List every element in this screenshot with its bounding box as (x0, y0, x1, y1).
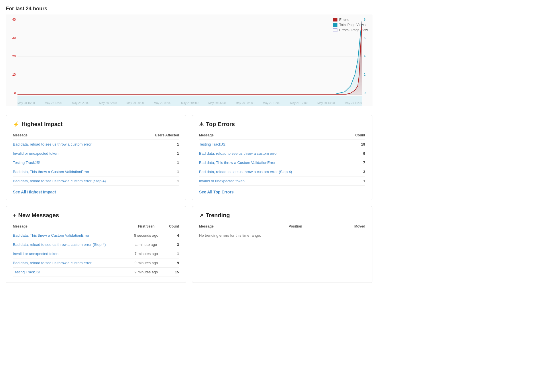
legend-errors-color (333, 18, 337, 21)
chart-svg (17, 18, 362, 95)
nm-count: 9 (167, 258, 179, 268)
legend-pageviews: Total Page Views (333, 23, 368, 27)
trending-icon: ↗︎ (199, 212, 203, 219)
trending-no-data: No trending errors for this time range. (199, 231, 365, 240)
te-count: 7 (349, 158, 365, 167)
plus-icon: + (13, 212, 16, 218)
table-row: Bad data, This threw a Custom Validation… (13, 231, 179, 240)
nm-message: Bad data, reload to see us throw a custo… (13, 240, 125, 249)
hi-count: 1 (145, 158, 179, 167)
new-messages-table: Message First Seen Count Bad data, This … (13, 223, 179, 277)
table-row: Invalid or unexpected token 1 (13, 149, 179, 158)
highest-impact-table: Message Users Affected Bad data, reload … (13, 132, 179, 186)
nm-count: 15 (167, 268, 179, 277)
table-row: Invalid or unexpected token 1 (199, 177, 365, 186)
te-col-count: Count (349, 132, 365, 140)
chart-area (17, 18, 362, 95)
te-count: 9 (349, 149, 365, 158)
table-row: Bad data, reload to see us throw a custo… (13, 177, 179, 186)
chart-title: For last 24 hours (6, 6, 372, 12)
nm-first-seen: 9 minutes ago (125, 258, 167, 268)
hi-count: 1 (145, 140, 179, 149)
te-count: 1 (349, 177, 365, 186)
svg-marker-1 (17, 21, 362, 95)
nm-first-seen: a minute ago (125, 240, 167, 249)
trending-card: ↗︎ Trending Message Position Moved No tr… (192, 206, 372, 283)
table-row: Testing TrackJS! 1 (13, 158, 179, 167)
hi-count: 1 (145, 177, 179, 186)
hi-col-message: Message (13, 132, 145, 140)
nm-message: Bad data, This threw a Custom Validation… (13, 231, 125, 240)
te-count: 3 (349, 167, 365, 177)
svg-marker-0 (17, 21, 362, 95)
trending-table: Message Position Moved No trending error… (199, 223, 365, 240)
trending-no-data-row: No trending errors for this time range. (199, 231, 365, 240)
hi-count: 1 (145, 167, 179, 177)
y-axis-left: 40 30 20 10 0 (6, 18, 17, 95)
te-message: Bad data, reload to see us throw a custo… (199, 167, 349, 177)
legend-ratio-label: Errors / Page View (339, 28, 368, 32)
chart-legend: Errors Total Page Views Errors / Page Vi… (333, 18, 368, 32)
cards-grid: ⚡ Highest Impact Message Users Affected … (6, 115, 372, 283)
table-row: Bad data, This threw a Custom Validation… (199, 158, 365, 167)
highest-impact-card: ⚡ Highest Impact Message Users Affected … (6, 115, 186, 200)
te-message: Testing TrackJS! (199, 140, 349, 149)
legend-errors: Errors (333, 18, 368, 22)
nm-count: 3 (167, 240, 179, 249)
top-errors-title: ⚠ Top Errors (199, 121, 365, 128)
nm-col-count: Count (167, 223, 179, 231)
nm-count: 1 (167, 249, 179, 258)
chart-section: For last 24 hours 40 30 20 10 0 8 6 4 2 … (6, 6, 372, 106)
hi-message: Bad data, reload to see us throw a custo… (13, 140, 145, 149)
nm-message: Invalid or unexpected token (13, 249, 125, 258)
chart-container: 40 30 20 10 0 8 6 4 2 0 (6, 15, 372, 106)
hi-message: Invalid or unexpected token (13, 149, 145, 158)
legend-pageviews-color (333, 23, 337, 27)
new-messages-card: + New Messages Message First Seen Count … (6, 206, 186, 283)
nm-first-seen: 7 minutes ago (125, 249, 167, 258)
te-col-message: Message (199, 132, 349, 140)
nm-message: Bad data, reload to see us throw a custo… (13, 258, 125, 268)
top-errors-card: ⚠ Top Errors Message Count Testing Track… (192, 115, 372, 200)
hi-message: Bad data, This threw a Custom Validation… (13, 167, 145, 177)
nm-message: Testing TrackJS! (13, 268, 125, 277)
trending-title: ↗︎ Trending (199, 212, 365, 219)
see-all-highest-impact-link[interactable]: See All Highest Impact (13, 190, 56, 194)
see-all-top-errors-link[interactable]: See All Top Errors (199, 190, 234, 194)
table-row: Bad data, reload to see us throw a custo… (13, 140, 179, 149)
te-message: Invalid or unexpected token (199, 177, 349, 186)
legend-errors-label: Errors (339, 18, 349, 22)
table-row: Testing TrackJS! 19 (199, 140, 365, 149)
table-row: Invalid or unexpected token 7 minutes ag… (13, 249, 179, 258)
legend-pageviews-label: Total Page Views (339, 23, 366, 27)
hi-message: Bad data, reload to see us throw a custo… (13, 177, 145, 186)
te-message: Bad data, reload to see us throw a custo… (199, 149, 349, 158)
table-row: Bad data, reload to see us throw a custo… (13, 258, 179, 268)
tr-col-position: Position (239, 223, 302, 231)
chart-blue-band (17, 96, 362, 106)
warning-icon: ⚠ (199, 121, 204, 128)
legend-errors-per-view: Errors / Page View (333, 28, 368, 32)
page-wrapper: For last 24 hours 40 30 20 10 0 8 6 4 2 … (0, 0, 378, 289)
tr-col-moved: Moved (302, 223, 365, 231)
new-messages-title: + New Messages (13, 212, 179, 219)
nm-first-seen: 9 minutes ago (125, 268, 167, 277)
te-count: 19 (349, 140, 365, 149)
table-row: Bad data, reload to see us throw a custo… (199, 167, 365, 177)
table-row: Bad data, reload to see us throw a custo… (199, 149, 365, 158)
nm-count: 4 (167, 231, 179, 240)
nm-col-first-seen: First Seen (125, 223, 167, 231)
legend-ratio-color (333, 28, 337, 32)
table-row: Bad data, reload to see us throw a custo… (13, 240, 179, 249)
highest-impact-title: ⚡ Highest Impact (13, 121, 179, 128)
nm-first-seen: 8 seconds ago (125, 231, 167, 240)
hi-message: Testing TrackJS! (13, 158, 145, 167)
tr-col-message: Message (199, 223, 239, 231)
top-errors-table: Message Count Testing TrackJS! 19 Bad da… (199, 132, 365, 186)
lightning-icon: ⚡ (13, 121, 19, 128)
nm-col-message: Message (13, 223, 125, 231)
table-row: Testing TrackJS! 9 minutes ago 15 (13, 268, 179, 277)
te-message: Bad data, This threw a Custom Validation… (199, 158, 349, 167)
hi-col-users: Users Affected (145, 132, 179, 140)
hi-count: 1 (145, 149, 179, 158)
